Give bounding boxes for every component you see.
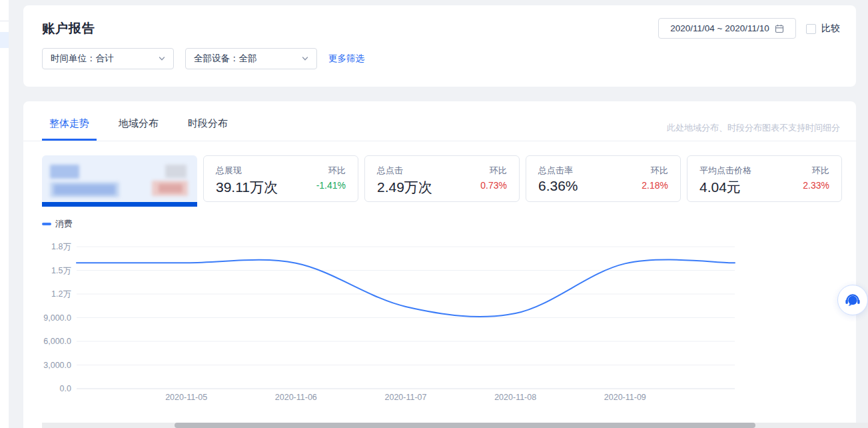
- ratio-label: 环比: [490, 165, 507, 177]
- metric-value: 6.36%: [538, 178, 578, 194]
- horizontal-scrollbar-thumb[interactable]: [175, 423, 755, 428]
- tab-overall-trend[interactable]: 整体走势: [42, 117, 97, 141]
- legend-item-consumption[interactable]: 消费: [42, 218, 73, 230]
- metric-card-consumption-masked[interactable]: [42, 155, 197, 202]
- masked-label-block: [50, 165, 79, 179]
- selected-card-indicator: [42, 202, 197, 207]
- tab-timeslot-distribution[interactable]: 时段分布: [181, 117, 235, 141]
- metric-cards-row: 总展现 39.11万次 环比 -1.41% 总点击 2.49万次 环比 0.73…: [42, 155, 842, 202]
- metric-card-avg-cpc[interactable]: 平均点击价格 4.04元 环比 2.33%: [687, 155, 842, 202]
- ratio-value: 2.18%: [642, 180, 668, 191]
- trend-line-chart[interactable]: 1.8万1.5万1.2万9,000.06,000.03,000.00.02020…: [23, 237, 856, 407]
- ratio-value: -1.41%: [316, 180, 346, 191]
- svg-text:2020-11-07: 2020-11-07: [384, 393, 426, 402]
- svg-text:3,000.0: 3,000.0: [43, 361, 71, 370]
- ratio-value: 2.33%: [803, 180, 829, 191]
- svg-text:1.2万: 1.2万: [51, 289, 71, 299]
- filters-row: 时间单位：合计 全部设备：全部 更多筛选: [42, 48, 364, 69]
- customer-service-button[interactable]: [837, 285, 868, 315]
- svg-text:2020-11-08: 2020-11-08: [494, 393, 536, 402]
- report-body-panel: 整体走势 地域分布 时段分布 此处地域分布、时段分布图表不支持时间细分 总展现 …: [23, 101, 856, 428]
- masked-ratio-label-block: [165, 165, 187, 178]
- device-select-value: 全部设备：全部: [194, 53, 257, 65]
- horizontal-scrollbar[interactable]: [42, 423, 868, 428]
- legend-label: 消费: [55, 218, 73, 230]
- sidebar-divider: [0, 21, 9, 21]
- compare-control: 比较: [806, 23, 840, 35]
- device-select[interactable]: 全部设备：全部: [185, 48, 317, 69]
- metric-value: 39.11万次: [216, 178, 278, 197]
- metric-value: 2.49万次: [377, 178, 432, 197]
- tabs-note: 此处地域分布、时段分布图表不支持时间细分: [667, 122, 840, 134]
- more-filters-link[interactable]: 更多筛选: [328, 53, 364, 65]
- ratio-label: 环比: [328, 165, 346, 177]
- ratio-value: 0.73%: [480, 180, 507, 191]
- svg-text:6,000.0: 6,000.0: [43, 337, 71, 346]
- report-tabs: 整体走势 地域分布 时段分布: [42, 101, 235, 141]
- ratio-label: 环比: [812, 165, 829, 177]
- svg-text:2020-11-05: 2020-11-05: [165, 393, 207, 402]
- calendar-icon: [775, 24, 784, 33]
- metric-label: 总点击率: [538, 165, 573, 177]
- tabs-divider: [23, 141, 856, 141]
- ratio-label: 环比: [651, 165, 668, 177]
- date-range-value: 2020/11/04 ~ 2020/11/10: [670, 23, 769, 33]
- report-header-panel: 账户报告 时间单位：合计 全部设备：全部 更多筛选 2020/11/04 ~ 2…: [23, 5, 856, 87]
- compare-label: 比较: [821, 23, 840, 35]
- svg-text:1.8万: 1.8万: [51, 242, 71, 251]
- metric-card-clicks[interactable]: 总点击 2.49万次 环比 0.73%: [364, 155, 520, 202]
- svg-text:0.0: 0.0: [60, 384, 71, 393]
- metric-label: 平均点击价格: [699, 165, 751, 177]
- svg-text:2020-11-09: 2020-11-09: [604, 393, 646, 402]
- metric-card-ctr[interactable]: 总点击率 6.36% 环比 2.18%: [526, 155, 681, 202]
- page-title: 账户报告: [42, 20, 95, 37]
- metric-label: 总展现: [216, 165, 242, 177]
- svg-text:9,000.0: 9,000.0: [43, 313, 71, 323]
- sidebar-active-item[interactable]: [0, 32, 9, 48]
- masked-value-block: [54, 185, 115, 195]
- time-unit-select[interactable]: 时间单位：合计: [42, 48, 174, 69]
- metric-label: 总点击: [377, 165, 403, 177]
- chevron-down-icon: [302, 55, 308, 62]
- svg-text:2020-11-06: 2020-11-06: [275, 393, 317, 402]
- headset-chat-icon: [844, 291, 861, 309]
- chevron-down-icon: [159, 55, 165, 62]
- date-range-picker[interactable]: 2020/11/04 ~ 2020/11/10: [658, 18, 796, 39]
- masked-ratio-block: [159, 184, 183, 193]
- tab-region-distribution[interactable]: 地域分布: [111, 117, 166, 141]
- svg-text:1.5万: 1.5万: [51, 266, 71, 275]
- legend-marker: [42, 223, 51, 225]
- time-unit-select-value: 时间单位：合计: [51, 53, 114, 65]
- metric-card-impressions[interactable]: 总展现 39.11万次 环比 -1.41%: [203, 155, 358, 202]
- sidebar-edge: [0, 0, 9, 428]
- metric-value: 4.04元: [699, 178, 741, 197]
- compare-checkbox[interactable]: [806, 24, 816, 34]
